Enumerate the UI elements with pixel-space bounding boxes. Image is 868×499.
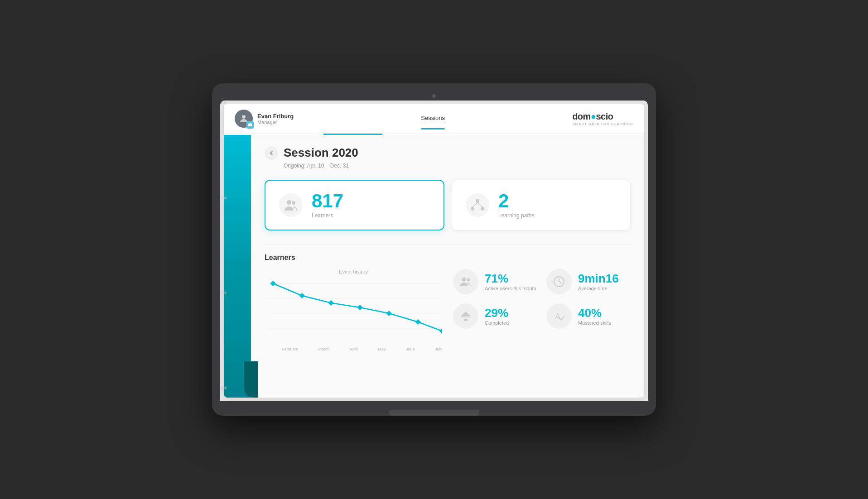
avatar [235, 110, 253, 128]
stats-row: 817 Learners [265, 180, 631, 230]
svg-point-22 [467, 278, 470, 282]
metric-active-users-value: 71% [485, 273, 536, 284]
svg-line-25 [559, 282, 561, 283]
laptop-base [220, 401, 648, 410]
svg-point-4 [292, 201, 295, 205]
metric-active-users-info: 71% Active users this month [485, 273, 536, 291]
stat-info-paths: 2 Learning paths [498, 192, 534, 219]
stat-card-learners[interactable]: 817 Learners [265, 180, 444, 230]
chart-svg [268, 279, 442, 342]
paths-value: 2 [498, 192, 534, 211]
stat-card-paths[interactable]: 2 Learning paths [452, 180, 631, 230]
active-users-icon [453, 269, 478, 294]
user-name: Evan Friburg [257, 113, 294, 120]
logo-name: dom●scio [572, 111, 633, 122]
metric-completed-label: Completed [485, 320, 509, 326]
svg-point-6 [471, 207, 474, 211]
svg-point-3 [287, 200, 291, 205]
svg-marker-14 [270, 281, 276, 286]
content-area: Session 2020 Ongoing: Apr. 10 – Dec. 31 [224, 135, 644, 398]
tab-sessions[interactable]: Sessions [421, 115, 445, 123]
metric-avg-time-label: Average time [578, 286, 619, 291]
svg-marker-15 [299, 293, 305, 298]
metric-avg-time-info: 9min16 Average time [578, 273, 619, 291]
metric-active-users-label: Active users this month [485, 286, 536, 291]
svg-marker-27 [461, 312, 471, 316]
user-details: Evan Friburg Manager [257, 113, 294, 125]
app-header: Evan Friburg Manager Sessions dom●scio S… [224, 104, 644, 134]
svg-rect-28 [464, 319, 468, 321]
svg-marker-20 [439, 328, 442, 334]
page-subtitle: Ongoing: Apr. 10 – Dec. 31 [284, 163, 631, 169]
learners-label: Learners [312, 212, 343, 219]
back-button[interactable] [265, 146, 278, 160]
avatar-badge [246, 121, 254, 129]
svg-line-8 [473, 203, 477, 207]
camera-dot [432, 94, 436, 98]
svg-point-0 [242, 115, 246, 119]
learners-value: 817 [312, 192, 343, 211]
mastered-icon: A [546, 303, 572, 329]
chart-y-labels: 40k 30k 20k 10k [224, 104, 227, 390]
metric-completed-info: 29% Completed [485, 307, 509, 326]
metrics-grid: 71% Active users this month [453, 269, 631, 351]
metric-completed: 29% Completed [453, 303, 537, 329]
stat-info-learners: 817 Learners [312, 192, 343, 219]
paths-icon [466, 193, 489, 217]
svg-marker-19 [415, 319, 421, 325]
paths-label: Learning paths [498, 212, 534, 219]
learners-section-label: Learners [265, 254, 631, 262]
svg-marker-17 [357, 305, 363, 310]
metric-mastered-info: 40% Mastered skills [578, 307, 611, 326]
metric-mastered-label: Mastered skills [578, 320, 611, 326]
logo-subtitle: SMART DATA FOR LEARNING [572, 122, 633, 126]
laptop-frame: Evan Friburg Manager Sessions dom●scio S… [212, 83, 656, 416]
laptop-stand [389, 410, 479, 416]
section-divider [265, 244, 631, 245]
svg-text:A: A [555, 312, 560, 321]
metric-active-users: 71% Active users this month [453, 269, 537, 294]
chart-area: Event history 40k 30k 20k 10k [265, 269, 442, 351]
laptop-screen: Evan Friburg Manager Sessions dom●scio S… [220, 101, 648, 401]
learners-section: Event history 40k 30k 20k 10k [265, 269, 631, 351]
chart-title: Event history [265, 269, 442, 274]
svg-point-21 [462, 278, 466, 282]
metric-avg-time: 9min16 Average time [546, 269, 631, 294]
metric-avg-time-value: 9min16 [578, 273, 619, 284]
app-window: Evan Friburg Manager Sessions dom●scio S… [224, 104, 644, 398]
completed-icon [453, 303, 478, 329]
nav-tabs: Sessions [421, 115, 445, 123]
svg-rect-26 [461, 317, 471, 317]
svg-line-9 [477, 203, 482, 207]
sidebar [224, 135, 251, 398]
user-role: Manager [257, 120, 294, 125]
chart-x-labels: February March April May June July [268, 344, 442, 351]
chart-plot: February March April May June July [268, 279, 442, 351]
svg-marker-16 [328, 300, 334, 306]
sidebar-curve [244, 361, 258, 398]
svg-rect-2 [249, 123, 251, 124]
page-title: Session 2020 [284, 146, 358, 160]
learners-icon [279, 193, 303, 217]
svg-point-7 [481, 207, 484, 211]
svg-point-5 [476, 199, 479, 203]
avg-time-icon [546, 269, 572, 294]
user-info: Evan Friburg Manager [235, 110, 294, 128]
svg-marker-18 [386, 311, 392, 316]
metric-mastered: A 40% Mastered skills [546, 303, 631, 329]
metric-completed-value: 29% [485, 307, 509, 319]
logo: dom●scio SMART DATA FOR LEARNING [572, 111, 633, 126]
metric-mastered-value: 40% [578, 307, 611, 319]
main-content: Session 2020 Ongoing: Apr. 10 – Dec. 31 [251, 135, 644, 398]
page-header: Session 2020 [265, 146, 631, 160]
